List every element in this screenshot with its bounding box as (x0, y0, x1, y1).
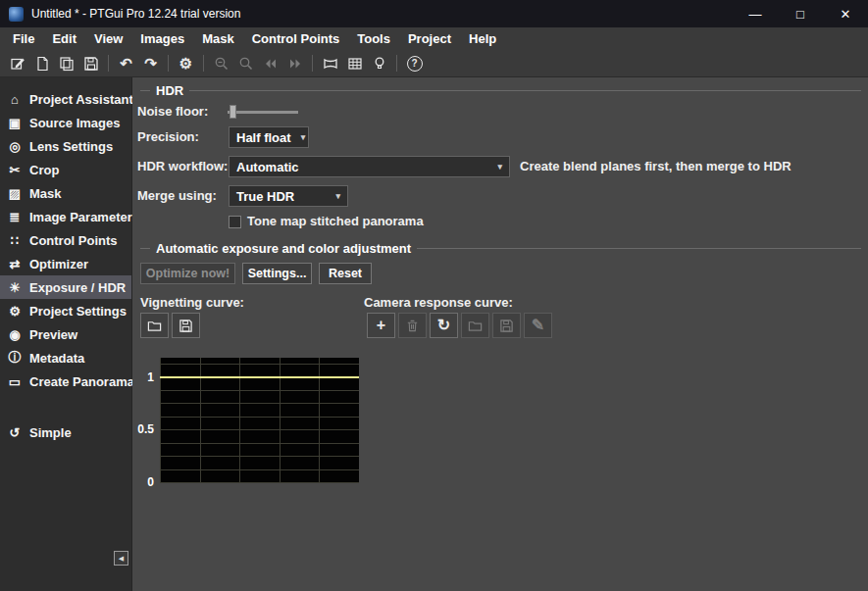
vignetting-curve-graph (160, 358, 359, 483)
camera-curve-delete-button[interactable] (398, 313, 427, 338)
camera-curve-add-button[interactable]: + (367, 313, 395, 338)
toolbar-separator (168, 55, 169, 72)
settings-button[interactable]: Settings... (242, 263, 312, 284)
sidebar-item-control-points[interactable]: ∷Control Points (0, 228, 131, 252)
create-panorama-icon: ▭ (7, 374, 23, 389)
zoom-out-button[interactable] (209, 53, 233, 74)
camera-curve-reset-icon: ↻ (437, 318, 450, 333)
zoom-button[interactable] (233, 53, 258, 74)
redo-button[interactable]: ↷ (138, 53, 163, 74)
hdr-workflow-hint: Create blend planes first, then merge to… (520, 156, 791, 177)
vignetting-curve-line (160, 376, 359, 378)
toolbar-separator (312, 55, 313, 72)
camera-curve-save-button[interactable] (492, 313, 521, 338)
camera-curve-edit-button[interactable]: ✎ (524, 313, 552, 338)
source-images-icon: ▣ (7, 116, 23, 130)
camera-curve-edit-icon: ✎ (532, 318, 544, 333)
merge-using-dropdown[interactable]: True HDR ▾ (229, 185, 348, 207)
new-document-button[interactable] (29, 53, 54, 74)
precision-dropdown[interactable]: Half float ▾ (229, 126, 309, 148)
camera-curve-save-icon (499, 319, 514, 333)
y-tick-0: 0 (132, 476, 154, 488)
sidebar-item-source-images[interactable]: ▣Source Images (0, 111, 131, 134)
menu-mask[interactable]: Mask (193, 27, 243, 50)
menu-tools[interactable]: Tools (348, 27, 399, 50)
next-image-button[interactable] (282, 53, 307, 74)
sidebar-item-label: Project Settings (29, 304, 127, 319)
previous-image-icon (263, 56, 279, 72)
save-project-icon (83, 56, 99, 72)
noise-floor-label: Noise floor: (137, 101, 208, 123)
vignetting-load-button[interactable] (140, 313, 169, 338)
chevron-down-icon: ▾ (487, 162, 502, 172)
vignetting-save-button[interactable] (172, 313, 200, 338)
settings-gear-button[interactable]: ⚙ (174, 53, 198, 74)
sidebar-item-label: Optimizer (29, 257, 88, 271)
lens-settings-icon: ◎ (7, 139, 23, 154)
sidebar-simple-section: ↺Simple (0, 420, 131, 444)
project-assistant-icon: ⌂ (7, 92, 23, 107)
sidebar-item-label: Metadata (29, 351, 84, 366)
precision-value: Half float (236, 130, 291, 145)
copy-project-button[interactable] (54, 53, 78, 74)
camera-curve-reset-button[interactable]: ↻ (430, 313, 458, 338)
camera-response-curve-label: Camera response curve: (364, 292, 513, 314)
sidebar-item-project-settings[interactable]: ⚙Project Settings (0, 299, 131, 322)
sidebar-scroll-left-button[interactable]: ◀ (114, 551, 128, 566)
reset-button[interactable]: Reset (319, 263, 372, 284)
edit-project-icon (10, 56, 26, 72)
sidebar-item-label: Exposure / HDR (29, 280, 126, 295)
menu-images[interactable]: Images (131, 27, 193, 50)
menu-view[interactable]: View (85, 27, 131, 50)
help-button[interactable]: ? (402, 53, 427, 74)
auto-exposure-section-header: Automatic exposure and color adjustment (140, 240, 861, 256)
y-tick-05: 0.5 (132, 423, 154, 435)
precision-label: Precision: (137, 126, 199, 148)
minimize-button[interactable]: — (733, 0, 778, 27)
sidebar-item-crop[interactable]: ✂Crop (0, 158, 131, 181)
preview-icon: ◉ (7, 327, 23, 342)
sidebar-item-lens-settings[interactable]: ◎Lens Settings (0, 134, 131, 158)
camera-response-toolbar: +↻✎ (367, 313, 552, 338)
noise-floor-slider[interactable] (228, 111, 298, 114)
sidebar-item-project-assistant[interactable]: ⌂Project Assistant (0, 87, 131, 111)
sidebar-item-label: Lens Settings (29, 139, 113, 154)
sidebar-item-preview[interactable]: ◉Preview (0, 322, 131, 346)
sidebar-item-label: Preview (29, 327, 77, 342)
preview-lamp-button[interactable] (367, 53, 391, 74)
detail-viewer-button[interactable] (342, 53, 367, 74)
sidebar-item-simple[interactable]: ↺Simple (0, 420, 131, 444)
sidebar-item-image-parameters[interactable]: ≣Image Parameters (0, 205, 131, 228)
sidebar-item-mask[interactable]: ▨Mask (0, 181, 131, 205)
hdr-workflow-label: HDR workflow: (137, 156, 228, 177)
sidebar-item-label: Create Panorama (29, 374, 134, 389)
simple-icon: ↺ (7, 425, 23, 440)
previous-image-button[interactable] (258, 53, 282, 74)
tone-map-label: Tone map stitched panorama (247, 211, 424, 232)
menu-project[interactable]: Project (399, 27, 460, 50)
close-button[interactable]: ✕ (823, 0, 868, 27)
menu-control-points[interactable]: Control Points (243, 27, 349, 50)
undo-button[interactable]: ↶ (114, 53, 138, 74)
tone-map-checkbox[interactable] (229, 216, 241, 228)
save-project-button[interactable] (78, 53, 103, 74)
sidebar-item-optimizer[interactable]: ⇄Optimizer (0, 252, 131, 275)
optimize-now-button[interactable]: Optimize now! (140, 263, 235, 284)
panorama-editor-button[interactable] (318, 53, 342, 74)
sidebar-item-label: Project Assistant (29, 92, 133, 107)
new-document-icon (34, 56, 50, 72)
edit-project-button[interactable] (5, 53, 29, 74)
camera-curve-load-button[interactable] (461, 313, 489, 338)
sidebar-item-exposure-hdr[interactable]: ☀Exposure / HDR (0, 275, 131, 299)
zoom-out-icon (214, 56, 230, 72)
next-image-icon (287, 56, 303, 72)
main-panel: HDR Noise floor: Precision: Half float ▾… (132, 77, 868, 591)
sidebar-item-create-panorama[interactable]: ▭Create Panorama (0, 369, 131, 393)
hdr-workflow-dropdown[interactable]: Automatic ▾ (229, 156, 510, 177)
maximize-button[interactable]: □ (778, 0, 823, 27)
menu-file[interactable]: File (4, 27, 43, 50)
menu-help[interactable]: Help (460, 27, 505, 50)
noise-floor-slider-handle[interactable] (230, 105, 236, 119)
menu-edit[interactable]: Edit (43, 27, 85, 50)
sidebar-item-metadata[interactable]: ⓘMetadata (0, 346, 131, 369)
